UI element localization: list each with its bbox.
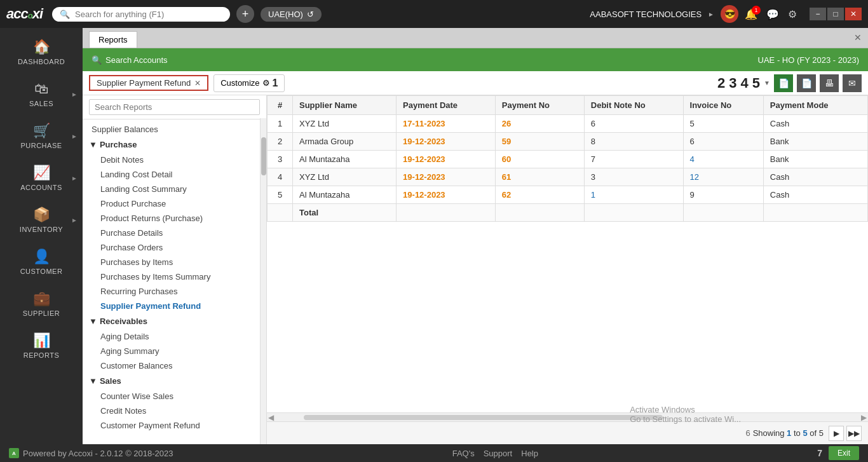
tree-item-supplier-payment-refund[interactable]: Supplier Payment Refund <box>83 299 266 313</box>
excel-export-button[interactable]: 📄 <box>774 74 793 92</box>
settings-icon[interactable]: ⚙ <box>788 8 797 20</box>
company-badge[interactable]: UAE(HO) ↺ <box>261 7 322 22</box>
tree-section-receivables-header[interactable]: ▼ Receivables <box>83 313 266 329</box>
company-label: UAE(HO) <box>268 10 303 19</box>
cell-invoice-link[interactable]: 12 <box>683 168 763 186</box>
exit-button[interactable]: Exit <box>829 446 859 460</box>
sidebar-label-sales: SALES <box>29 100 53 107</box>
tree-item-supplier-balances[interactable]: Supplier Balances <box>83 122 266 137</box>
global-search[interactable]: 🔍 <box>52 7 230 22</box>
table-row: 4 XYZ Ltd 19-12-2023 61 3 12 Cash <box>268 168 868 186</box>
bottom-bar: A Powered by Accoxi - 2.0.12 © 2018-2023… <box>0 444 868 462</box>
search-reports-input[interactable] <box>89 99 260 115</box>
scroll-right-btn[interactable]: ▶ <box>861 413 867 422</box>
reports-icon: 📊 <box>33 332 50 349</box>
report-tab-close-icon[interactable]: ✕ <box>194 79 201 88</box>
search-input[interactable] <box>75 10 222 19</box>
cell-payment-no: 62 <box>495 186 584 204</box>
cell-total-empty <box>268 204 293 222</box>
tree-item-counter-wise-sales[interactable]: Counter Wise Sales <box>83 389 266 404</box>
page-from: 1 <box>787 428 791 438</box>
cell-debit-link[interactable]: 1 <box>584 186 683 204</box>
print-button[interactable]: 🖶 <box>820 74 839 92</box>
company-name: AABASOFT TECHNOLOGIES <box>590 10 702 19</box>
next-page-button[interactable]: ▶ <box>829 426 844 441</box>
minimize-button[interactable]: − <box>810 8 826 20</box>
inventory-arrow-icon: ► <box>71 217 78 224</box>
pdf-export-button[interactable]: 📄 <box>797 74 816 92</box>
cell-date: 17-11-2023 <box>397 115 496 133</box>
tree-item-product-purchase[interactable]: Product Purchase <box>83 196 266 211</box>
tree-item-purchases-by-items[interactable]: Purchases by Items <box>83 255 266 269</box>
tree-section-sales-header[interactable]: ▼ Sales <box>83 373 266 389</box>
sales-collapse-icon: ▼ <box>89 376 97 386</box>
tree-item-product-returns[interactable]: Product Returns (Purchase) <box>83 211 266 226</box>
notification-icon[interactable]: 🔔 1 <box>745 8 757 20</box>
tree-section-receivables: ▼ Receivables Aging Details Aging Summar… <box>83 313 266 373</box>
tab-reports[interactable]: Reports <box>89 31 137 48</box>
page-info: Showing 1 to 5 of 5 <box>753 428 824 438</box>
sidebar-item-customer[interactable]: 👤 CUSTOMER <box>0 241 83 283</box>
last-page-button[interactable]: ▶▶ <box>846 426 862 441</box>
message-icon[interactable]: 💬 <box>766 8 779 20</box>
tree-item-customer-payment-refund[interactable]: Customer Payment Refund <box>83 418 266 433</box>
customize-button[interactable]: Customize ⚙ 1 <box>214 74 285 92</box>
sidebar-item-sales[interactable]: 🛍 SALES ► <box>0 73 83 115</box>
maximize-button[interactable]: □ <box>827 8 844 20</box>
sidebar-item-accounts[interactable]: 📈 ACCOUNTS ► <box>0 157 83 199</box>
cell-supplier: XYZ Ltd <box>293 115 397 133</box>
tab-close-icon[interactable]: ✕ <box>854 32 862 43</box>
tree-item-landing-cost-detail[interactable]: Landing Cost Detail <box>83 167 266 182</box>
sidebar-item-purchase[interactable]: 🛒 PURCHASE ► <box>0 115 83 157</box>
tree-item-purchase-orders[interactable]: Purchase Orders <box>83 240 266 255</box>
sidebar-item-reports[interactable]: 📊 REPORTS <box>0 325 83 367</box>
scrollbar-thumb[interactable] <box>304 415 663 420</box>
tree-item-purchase-details[interactable]: Purchase Details <box>83 226 266 240</box>
search-accounts-btn[interactable]: 🔍 Search Accounts <box>92 55 758 65</box>
search-icon: 🔍 <box>60 10 70 19</box>
step2-badge: 2 <box>717 75 725 92</box>
cell-supplier: Al Muntazaha <box>293 186 397 204</box>
table-row: 1 XYZ Ltd 17-11-2023 26 6 5 Cash <box>268 115 868 133</box>
scroll-left-btn[interactable]: ◀ <box>268 413 274 422</box>
horizontal-scrollbar[interactable]: ◀ ▶ <box>267 412 868 421</box>
tree-item-debit-notes[interactable]: Debit Notes <box>83 153 266 167</box>
tree-item-aging-details[interactable]: Aging Details <box>83 329 266 344</box>
bottom-right: 7 Exit <box>817 446 859 460</box>
supplier-icon: 💼 <box>33 290 50 307</box>
toolbar-right: 2 3 4 5 ▼ 📄 📄 🖶 ✉ <box>717 74 862 92</box>
tree-item-customer-balances[interactable]: Customer Balances <box>83 358 266 373</box>
table-header-row: # Supplier Name Payment Date Payment No … <box>268 96 868 115</box>
cell-invoice-link[interactable]: 4 <box>683 151 763 168</box>
add-button[interactable]: + <box>236 5 254 23</box>
tree-item-credit-notes[interactable]: Credit Notes <box>83 404 266 418</box>
page-of-label: of <box>810 428 818 438</box>
accounts-arrow-icon: ► <box>71 175 78 182</box>
cell-date: 19-12-2023 <box>397 151 496 168</box>
cell-num: 2 <box>268 133 293 151</box>
purchase-icon: 🛒 <box>33 123 50 139</box>
tree-item-aging-summary[interactable]: Aging Summary <box>83 344 266 358</box>
tree-item-landing-cost-summary[interactable]: Landing Cost Summary <box>83 182 266 196</box>
faqs-link[interactable]: FAQ's <box>452 449 475 458</box>
sidebar-item-dashboard[interactable]: 🏠 DASHBOARD <box>0 31 83 73</box>
close-button[interactable]: ✕ <box>845 8 862 20</box>
step3-badge: 3 <box>729 75 736 92</box>
left-panel-scrollbar[interactable] <box>260 118 266 444</box>
green-header: 🔍 Search Accounts UAE - HO (FY 2023 - 20… <box>83 48 868 71</box>
sidebar-item-inventory[interactable]: 📦 INVENTORY ► <box>0 199 83 241</box>
refresh-icon[interactable]: ↺ <box>307 10 314 19</box>
help-link[interactable]: Help <box>521 449 538 458</box>
cell-payment-no: 59 <box>495 133 584 151</box>
support-link[interactable]: Support <box>484 449 513 458</box>
tree-item-purchases-by-items-summary[interactable]: Purchases by Items Summary <box>83 269 266 284</box>
cell-num: 3 <box>268 151 293 168</box>
page-to-label: to <box>794 428 803 438</box>
fy-label: UAE - HO (FY 2023 - 2023) <box>758 55 859 65</box>
tree-section-purchase-header[interactable]: ▼ Purchase <box>83 137 266 153</box>
email-button[interactable]: ✉ <box>843 74 862 92</box>
page-to: 5 <box>803 428 807 438</box>
sidebar-item-supplier[interactable]: 💼 SUPPLIER <box>0 283 83 325</box>
col-payment-date: Payment Date <box>397 96 496 115</box>
tree-item-recurring-purchases[interactable]: Recurring Purchases <box>83 284 266 299</box>
